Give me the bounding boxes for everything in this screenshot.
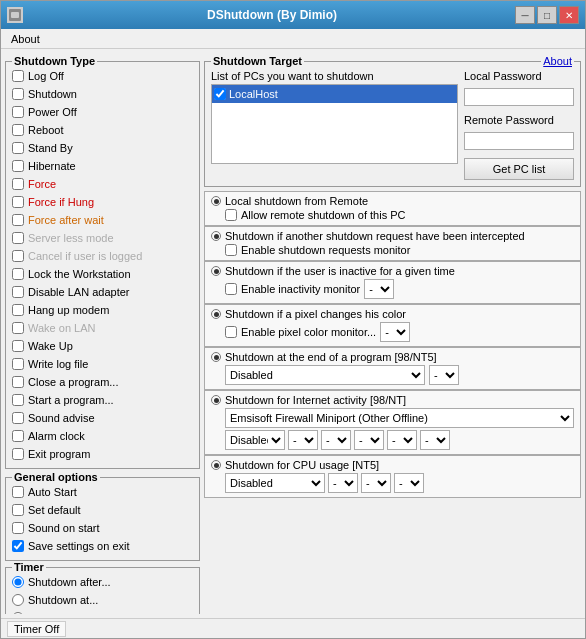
shutdown-type-item-label: Disable LAN adapter xyxy=(28,286,130,298)
cpu-dropdown-0[interactable]: - xyxy=(328,473,358,493)
internet-dropdown-0[interactable]: Disabled xyxy=(225,430,285,450)
shutdown-type-item[interactable]: Reboot xyxy=(12,122,193,138)
timer-radio-item[interactable]: Shutdown at... xyxy=(12,592,193,608)
option-inner: Enable pixel color monitor...- xyxy=(211,322,574,342)
shutdown-type-checkbox[interactable] xyxy=(12,232,24,244)
shutdown-type-item[interactable]: Exit program xyxy=(12,446,193,462)
shutdown-type-checkbox[interactable] xyxy=(12,340,24,352)
internet-dropdown-5[interactable]: - xyxy=(420,430,450,450)
general-option-item[interactable]: Save settings on exit xyxy=(12,538,193,554)
option-radio-dot[interactable] xyxy=(211,196,221,206)
shutdown-type-checkbox[interactable] xyxy=(12,178,24,190)
internet-main-dropdown[interactable]: Emsisoft Firewall Miniport (Other Offlin… xyxy=(225,408,574,428)
shutdown-type-checkbox[interactable] xyxy=(12,430,24,442)
timer-radio-item[interactable]: Shutdown on... xyxy=(12,610,193,614)
shutdown-type-item[interactable]: Stand By xyxy=(12,140,193,156)
option-radio-dot[interactable] xyxy=(211,460,221,470)
shutdown-type-item[interactable]: Disable LAN adapter xyxy=(12,284,193,300)
shutdown-type-checkbox[interactable] xyxy=(12,376,24,388)
shutdown-type-checkbox[interactable] xyxy=(12,196,24,208)
shutdown-type-item[interactable]: Start a program... xyxy=(12,392,193,408)
shutdown-type-item[interactable]: Server less mode xyxy=(12,230,193,246)
option-radio-dot[interactable] xyxy=(211,231,221,241)
shutdown-type-checkbox[interactable] xyxy=(12,412,24,424)
option-dropdown-main[interactable]: Disabled xyxy=(225,365,425,385)
cpu-main-dropdown[interactable]: Disabled xyxy=(225,473,325,493)
internet-dropdown-1[interactable]: - xyxy=(288,430,318,450)
shutdown-type-checkbox[interactable] xyxy=(12,394,24,406)
about-menu[interactable]: About xyxy=(5,31,46,47)
shutdown-type-item[interactable]: Wake Up xyxy=(12,338,193,354)
internet-dropdown-2[interactable]: - xyxy=(321,430,351,450)
shutdown-type-checkbox[interactable] xyxy=(12,448,24,460)
option-dropdown-secondary[interactable]: - xyxy=(429,365,459,385)
shutdown-type-item[interactable]: Write log file xyxy=(12,356,193,372)
option-title-row: Shutdown if another shutdown request hav… xyxy=(211,230,574,242)
option-checkbox[interactable] xyxy=(225,326,237,338)
shutdown-type-checkbox[interactable] xyxy=(12,124,24,136)
shutdown-type-item-label: Wake Up xyxy=(28,340,73,352)
shutdown-type-item[interactable]: Force xyxy=(12,176,193,192)
timer-radio-input[interactable] xyxy=(12,576,24,588)
maximize-button[interactable]: □ xyxy=(537,6,557,24)
option-radio-dot[interactable] xyxy=(211,266,221,276)
general-option-checkbox[interactable] xyxy=(12,522,24,534)
shutdown-type-checkbox[interactable] xyxy=(12,322,24,334)
cpu-dropdown-1[interactable]: - xyxy=(361,473,391,493)
shutdown-type-checkbox[interactable] xyxy=(12,304,24,316)
shutdown-type-item[interactable]: Hang up modem xyxy=(12,302,193,318)
shutdown-type-checkbox[interactable] xyxy=(12,268,24,280)
shutdown-type-item[interactable]: Cancel if user is logged xyxy=(12,248,193,264)
pc-list-item[interactable]: LocalHost xyxy=(212,85,457,103)
shutdown-type-checkbox[interactable] xyxy=(12,214,24,226)
shutdown-type-checkbox[interactable] xyxy=(12,286,24,298)
shutdown-type-checkbox[interactable] xyxy=(12,88,24,100)
option-radio-dot[interactable] xyxy=(211,352,221,362)
pc-listbox[interactable]: LocalHost xyxy=(211,84,458,164)
general-option-checkbox[interactable] xyxy=(12,504,24,516)
option-checkbox[interactable] xyxy=(225,283,237,295)
close-button[interactable]: ✕ xyxy=(559,6,579,24)
about-link[interactable]: About xyxy=(541,55,574,67)
timer-radio-input[interactable] xyxy=(12,594,24,606)
shutdown-type-item[interactable]: Sound advise xyxy=(12,410,193,426)
timer-radio-item[interactable]: Shutdown after... xyxy=(12,574,193,590)
shutdown-type-item[interactable]: Alarm clock xyxy=(12,428,193,444)
option-dropdown[interactable]: - xyxy=(364,279,394,299)
internet-dropdown-3[interactable]: - xyxy=(354,430,384,450)
shutdown-type-checkbox[interactable] xyxy=(12,250,24,262)
remote-password-input[interactable] xyxy=(464,132,574,150)
shutdown-type-item[interactable]: Force if Hung xyxy=(12,194,193,210)
cpu-dropdown-2[interactable]: - xyxy=(394,473,424,493)
shutdown-type-item[interactable]: Lock the Workstation xyxy=(12,266,193,282)
option-checkbox[interactable] xyxy=(225,244,237,256)
general-option-item[interactable]: Sound on start xyxy=(12,520,193,536)
shutdown-type-checkbox[interactable] xyxy=(12,70,24,82)
general-option-checkbox[interactable] xyxy=(12,540,24,552)
shutdown-type-item[interactable]: Log Off xyxy=(12,68,193,84)
local-password-input[interactable] xyxy=(464,88,574,106)
shutdown-type-checkbox[interactable] xyxy=(12,106,24,118)
option-radio-dot[interactable] xyxy=(211,309,221,319)
shutdown-type-item[interactable]: Shutdown xyxy=(12,86,193,102)
shutdown-type-item[interactable]: Wake on LAN xyxy=(12,320,193,336)
general-option-checkbox[interactable] xyxy=(12,486,24,498)
general-option-item[interactable]: Set default xyxy=(12,502,193,518)
option-checkbox[interactable] xyxy=(225,209,237,221)
internet-dropdown-4[interactable]: - xyxy=(387,430,417,450)
shutdown-type-checkbox[interactable] xyxy=(12,160,24,172)
option-radio-dot[interactable] xyxy=(211,395,221,405)
option-checkbox-label: Enable inactivity monitor xyxy=(241,283,360,295)
shutdown-type-checkbox[interactable] xyxy=(12,358,24,370)
timer-radio-input[interactable] xyxy=(12,612,24,614)
pc-checkbox[interactable] xyxy=(214,88,226,100)
option-dropdown[interactable]: - xyxy=(380,322,410,342)
shutdown-type-item[interactable]: Close a program... xyxy=(12,374,193,390)
get-pc-list-button[interactable]: Get PC list xyxy=(464,158,574,180)
shutdown-type-item[interactable]: Hibernate xyxy=(12,158,193,174)
shutdown-type-checkbox[interactable] xyxy=(12,142,24,154)
shutdown-type-item[interactable]: Force after wait xyxy=(12,212,193,228)
minimize-button[interactable]: ─ xyxy=(515,6,535,24)
general-option-item[interactable]: Auto Start xyxy=(12,484,193,500)
shutdown-type-item[interactable]: Power Off xyxy=(12,104,193,120)
